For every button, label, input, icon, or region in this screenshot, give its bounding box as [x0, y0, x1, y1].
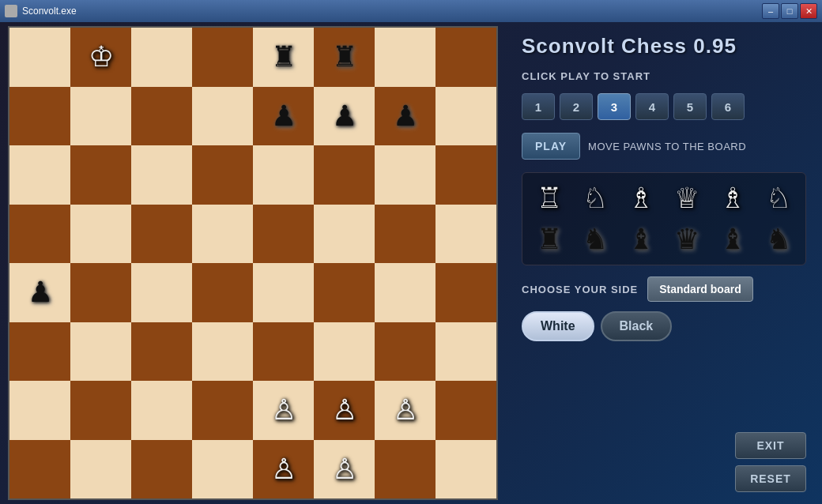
cell-2-1[interactable] [70, 145, 131, 205]
play-row: PLAY MOVE PAWNS TO THE BOARD [522, 133, 806, 160]
cell-1-0[interactable] [9, 87, 70, 146]
cell-1-6[interactable]: ♟ [375, 87, 436, 146]
cell-3-7[interactable] [436, 205, 496, 264]
cell-0-6[interactable] [375, 28, 436, 87]
cell-2-7[interactable] [436, 145, 496, 205]
cell-5-7[interactable] [436, 322, 496, 382]
cell-2-6[interactable] [375, 145, 436, 205]
cell-6-2[interactable] [131, 381, 192, 440]
cell-0-0[interactable] [9, 28, 70, 87]
cell-3-5[interactable] [314, 205, 375, 264]
standard-board-button[interactable]: Standard board [647, 276, 752, 302]
cell-5-0[interactable] [9, 322, 70, 382]
black-piece-3[interactable]: ♛ [667, 220, 707, 258]
cell-6-5[interactable]: ♙ [314, 381, 375, 440]
cell-6-4[interactable]: ♙ [253, 381, 314, 440]
white-piece-1[interactable]: ♘ [575, 179, 615, 217]
white-piece-4[interactable]: ♗ [713, 179, 752, 217]
piece-6-4: ♙ [264, 391, 304, 429]
black-piece-0[interactable]: ♜ [530, 220, 569, 258]
play-button[interactable]: PLAY [522, 133, 580, 160]
cell-4-5[interactable] [314, 263, 375, 322]
cell-1-3[interactable] [192, 87, 253, 146]
piece-1-4: ♟ [264, 97, 304, 135]
cell-1-7[interactable] [436, 87, 496, 146]
cell-4-1[interactable] [70, 263, 131, 322]
difficulty-2-button[interactable]: 2 [560, 93, 593, 120]
piece-1-5: ♟ [325, 97, 364, 135]
cell-0-4[interactable]: ♜ [253, 28, 314, 87]
cell-3-3[interactable] [192, 205, 253, 264]
cell-4-2[interactable] [131, 263, 192, 322]
white-side-button[interactable]: White [522, 311, 594, 341]
cell-4-4[interactable] [253, 263, 314, 322]
cell-3-4[interactable] [253, 205, 314, 264]
cell-2-3[interactable] [192, 145, 253, 205]
exit-button[interactable]: EXIT [735, 432, 806, 459]
difficulty-1-button[interactable]: 1 [522, 93, 555, 120]
cell-1-2[interactable] [131, 87, 192, 146]
piece-6-5: ♙ [325, 391, 364, 429]
difficulty-3-button[interactable]: 3 [598, 93, 631, 120]
difficulty-5-button[interactable]: 5 [673, 93, 707, 120]
difficulty-4-button[interactable]: 4 [635, 93, 669, 120]
cell-5-4[interactable] [253, 322, 314, 382]
cell-0-3[interactable] [192, 28, 253, 87]
cell-4-0[interactable]: ♟ [9, 263, 70, 322]
cell-2-0[interactable] [9, 145, 70, 205]
cell-6-6[interactable]: ♙ [375, 381, 436, 440]
cell-2-2[interactable] [131, 145, 192, 205]
cell-5-1[interactable] [70, 322, 131, 382]
cell-7-5[interactable]: ♙ [314, 440, 375, 499]
white-piece-0[interactable]: ♖ [530, 179, 569, 217]
white-piece-2[interactable]: ♗ [621, 179, 661, 217]
right-panel: Sconvolt Chess 0.95 CLICK PLAY TO START … [506, 22, 822, 504]
cell-7-7[interactable] [436, 440, 496, 499]
titlebar-controls: – □ ✕ [762, 3, 817, 19]
cell-7-0[interactable] [9, 440, 70, 499]
cell-6-7[interactable] [436, 381, 496, 440]
cell-3-6[interactable] [375, 205, 436, 264]
black-piece-5[interactable]: ♞ [759, 220, 798, 258]
cell-3-1[interactable] [70, 205, 131, 264]
maximize-button[interactable]: □ [781, 3, 798, 19]
white-piece-5[interactable]: ♘ [759, 179, 798, 217]
cell-6-0[interactable] [9, 381, 70, 440]
cell-5-5[interactable] [314, 322, 375, 382]
cell-0-2[interactable] [131, 28, 192, 87]
black-piece-2[interactable]: ♝ [621, 220, 661, 258]
cell-0-5[interactable]: ♜ [314, 28, 375, 87]
cell-7-6[interactable] [375, 440, 436, 499]
cell-3-2[interactable] [131, 205, 192, 264]
cell-1-4[interactable]: ♟ [253, 87, 314, 146]
cell-5-6[interactable] [375, 322, 436, 382]
black-piece-1[interactable]: ♞ [575, 220, 615, 258]
cell-7-1[interactable] [70, 440, 131, 499]
cell-0-7[interactable] [436, 28, 496, 87]
cell-2-5[interactable] [314, 145, 375, 205]
cell-5-3[interactable] [192, 322, 253, 382]
cell-4-7[interactable] [436, 263, 496, 322]
app-icon [5, 5, 17, 17]
close-button[interactable]: ✕ [800, 3, 817, 19]
minimize-button[interactable]: – [762, 3, 779, 19]
cell-4-3[interactable] [192, 263, 253, 322]
cell-3-0[interactable] [9, 205, 70, 264]
cell-6-1[interactable] [70, 381, 131, 440]
cell-7-3[interactable] [192, 440, 253, 499]
white-piece-3[interactable]: ♕ [667, 179, 707, 217]
cell-7-2[interactable] [131, 440, 192, 499]
cell-1-1[interactable] [70, 87, 131, 146]
black-side-button[interactable]: Black [601, 311, 673, 341]
cell-7-4[interactable]: ♙ [253, 440, 314, 499]
cell-6-3[interactable] [192, 381, 253, 440]
reset-button[interactable]: RESET [735, 465, 806, 492]
difficulty-6-button[interactable]: 6 [711, 93, 745, 120]
cell-2-4[interactable] [253, 145, 314, 205]
piece-0-5: ♜ [325, 38, 364, 76]
cell-4-6[interactable] [375, 263, 436, 322]
cell-5-2[interactable] [131, 322, 192, 382]
black-piece-4[interactable]: ♝ [713, 220, 752, 258]
cell-1-5[interactable]: ♟ [314, 87, 375, 146]
cell-0-1[interactable]: ♔ [70, 28, 131, 87]
